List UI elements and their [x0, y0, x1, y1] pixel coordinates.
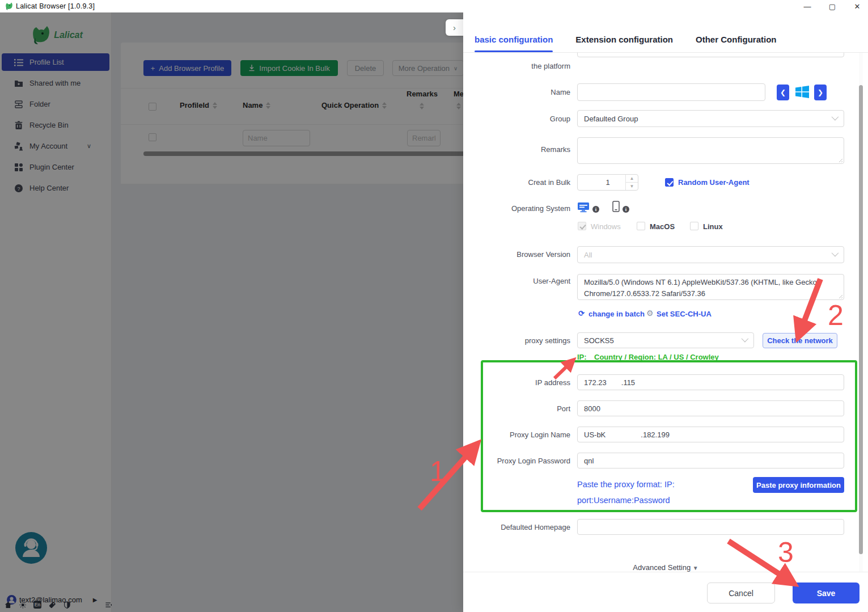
config-tabs: basic configuration Extension configurat… [463, 12, 868, 53]
password-value: qnl [584, 457, 594, 465]
close-button[interactable]: ✕ [849, 0, 866, 12]
remarks-textarea[interactable] [577, 137, 844, 164]
proxy-login-name-label: Proxy Login Name [463, 430, 570, 440]
window-title: Lalicat Browser [1.0.9.3] [16, 2, 95, 10]
login-value-end: .182.199 [641, 430, 670, 439]
chevron-down-icon: ▼ [693, 565, 698, 571]
mobile-info-icon[interactable]: i [623, 206, 629, 213]
port-input[interactable]: 8000 [577, 400, 844, 416]
desktop-info-icon[interactable]: i [592, 206, 599, 213]
group-value: Defaulted Group [584, 115, 638, 123]
windows-logo-icon [794, 83, 811, 100]
profile-name-input[interactable] [577, 83, 765, 101]
ip-value-start: 172.23 [584, 378, 607, 387]
ip-region-text: Country / Region: LA / US / Crowley [594, 353, 719, 361]
change-in-batch-link[interactable]: change in batch [588, 310, 645, 318]
port-value: 8000 [584, 404, 600, 413]
remarks-label: Remarks [463, 145, 570, 154]
check-network-button[interactable]: Check the network [763, 333, 837, 348]
proxy-login-password-input[interactable]: qnl [577, 453, 844, 469]
bulk-label: Creat in Bulk [463, 178, 570, 187]
step-up-icon[interactable]: ▲ [626, 175, 638, 183]
group-select[interactable]: Defaulted Group [577, 110, 844, 127]
tab-other-configuration[interactable]: Other Configuration [696, 35, 777, 44]
windows-checkbox[interactable] [578, 222, 586, 230]
advanced-setting-toggle[interactable]: Advanced Setting ▼ [463, 563, 868, 572]
tab-extension-configuration[interactable]: Extension configuration [575, 35, 673, 44]
windows-label: Windows [591, 222, 621, 231]
paste-format-line1: Paste the proxy format: IP: [577, 480, 675, 489]
login-value-start: US-bK [584, 430, 606, 439]
gear-icon[interactable]: ⚙ [646, 309, 654, 318]
random-ua-label: Random User-Agent [678, 178, 750, 187]
proxy-type-value: SOCKS5 [584, 336, 614, 345]
scrollbar-thumb[interactable] [859, 85, 863, 554]
vertical-scrollbar[interactable] [859, 53, 863, 572]
maximize-button[interactable]: ▢ [824, 0, 841, 12]
user-agent-label: User-Agent [463, 277, 570, 286]
bulk-count-value: 1 [606, 178, 609, 187]
drawer-footer: Cancel Save [463, 572, 868, 612]
drawer-collapse-button[interactable]: › [446, 19, 463, 36]
set-sec-ch-ua-link[interactable]: Set SEC-CH-UA [657, 310, 712, 318]
port-label: Port [463, 404, 570, 413]
prev-ua-button[interactable]: ❮ [777, 85, 789, 100]
browser-version-select[interactable]: All [577, 246, 844, 263]
macos-label: MacOS [650, 222, 675, 231]
chevron-down-icon [832, 113, 839, 121]
group-label: Group [463, 115, 570, 124]
proxy-settings-label: proxy settings [463, 336, 570, 345]
homepage-label: Defaulted Homepage [463, 523, 570, 532]
chevron-down-icon [832, 250, 839, 257]
save-label: Save [817, 589, 836, 598]
minimize-button[interactable]: — [799, 0, 816, 12]
browser-version-value: All [584, 251, 592, 259]
check-network-label: Check the network [767, 336, 833, 345]
ip-prefix: IP: [577, 353, 587, 361]
ip-address-input[interactable]: 172.23 .115 [577, 374, 844, 390]
proxy-login-name-input[interactable]: US-bK .182.199 [577, 427, 844, 442]
stepper-arrows[interactable]: ▲▼ [625, 175, 638, 190]
platform-label: the platform [463, 62, 570, 71]
app-window: Lalicat Browser [1.0.9.3] — ▢ ✕ Lalicat … [0, 0, 868, 612]
modal-dim-overlay [0, 12, 463, 612]
desktop-os-icon[interactable] [577, 201, 590, 213]
ip-address-label: IP address [463, 378, 570, 387]
resize-handle[interactable] [837, 293, 842, 298]
save-button[interactable]: Save [793, 583, 859, 603]
random-ua-checkbox[interactable] [665, 178, 674, 187]
platform-input[interactable] [577, 53, 844, 57]
homepage-input[interactable] [577, 519, 844, 535]
cancel-label: Cancel [729, 589, 753, 598]
title-bar: Lalicat Browser [1.0.9.3] — ▢ ✕ [0, 0, 868, 12]
bulk-count-stepper[interactable]: 1 ▲▼ [577, 174, 638, 191]
linux-checkbox[interactable] [690, 222, 698, 230]
tab-basic-configuration[interactable]: basic configuration [475, 35, 553, 44]
app-logo-icon [4, 2, 13, 11]
linux-label: Linux [703, 222, 723, 231]
os-label: Operating System [463, 204, 570, 213]
user-agent-value: Mozilla/5.0 (Windows NT 6.1) AppleWebKit… [584, 278, 819, 298]
refresh-icon[interactable]: ⟳ [578, 309, 585, 318]
profile-config-drawer: basic configuration Extension configurat… [463, 0, 868, 612]
paste-proxy-label: Paste proxy information [756, 481, 841, 489]
step-down-icon[interactable]: ▼ [626, 183, 638, 190]
proxy-type-select[interactable]: SOCKS5 [577, 332, 754, 348]
cancel-button[interactable]: Cancel [707, 583, 775, 603]
resize-handle[interactable] [837, 157, 842, 162]
advanced-setting-label: Advanced Setting [633, 563, 691, 572]
config-form: the platform Name ❮ ❯ Group Defaulted Gr… [463, 53, 868, 572]
proxy-login-password-label: Proxy Login Password [463, 457, 570, 466]
browser-version-label: Browser Version [463, 250, 570, 259]
user-agent-textarea[interactable]: Mozilla/5.0 (Windows NT 6.1) AppleWebKit… [577, 274, 844, 300]
macos-checkbox[interactable] [637, 222, 645, 230]
next-ua-button[interactable]: ❯ [814, 85, 827, 100]
paste-format-line2: port:Username:Password [577, 496, 670, 505]
mobile-os-icon[interactable] [612, 201, 620, 212]
chevron-down-icon [742, 335, 749, 343]
ip-value-end: .115 [621, 378, 635, 387]
name-label: Name [463, 88, 570, 97]
paste-proxy-information-button[interactable]: Paste proxy information [753, 477, 844, 493]
